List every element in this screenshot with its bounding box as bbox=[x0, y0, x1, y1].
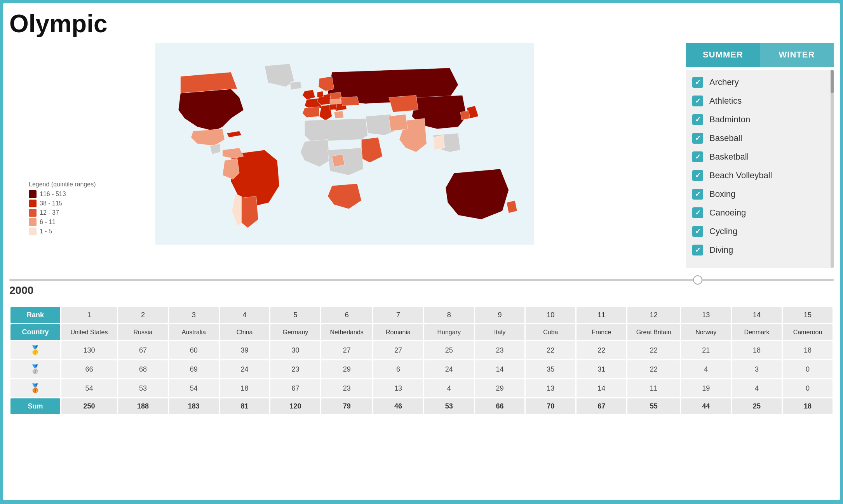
sport-item[interactable]: ✓ Canoeing bbox=[686, 203, 834, 222]
year-label: 2000 bbox=[9, 284, 834, 297]
season-buttons: SUMMER WINTER bbox=[686, 43, 834, 67]
rank-cell: 4 bbox=[220, 307, 270, 323]
world-map[interactable] bbox=[9, 43, 680, 245]
silver-value: 0 bbox=[783, 360, 833, 378]
sport-checkbox[interactable]: ✓ bbox=[692, 170, 703, 181]
winter-button[interactable]: WINTER bbox=[760, 43, 834, 67]
sum-value: 70 bbox=[526, 398, 575, 414]
silver-value: 24 bbox=[220, 360, 270, 378]
legend-items: 116 - 513 38 - 115 12 - 37 6 - 11 1 - 5 bbox=[29, 190, 96, 235]
legend-swatch bbox=[29, 228, 37, 235]
rank-cell: 1 bbox=[61, 307, 117, 323]
sport-checkbox[interactable]: ✓ bbox=[692, 114, 703, 125]
sum-value: 183 bbox=[169, 398, 219, 414]
sum-value: 46 bbox=[373, 398, 423, 414]
bronze-value: 14 bbox=[577, 379, 626, 397]
sport-checkbox[interactable]: ✓ bbox=[692, 133, 703, 144]
gold-value: 39 bbox=[220, 341, 270, 359]
sport-item[interactable]: ✓ Badminton bbox=[686, 110, 834, 129]
sport-item[interactable]: ✓ Baseball bbox=[686, 129, 834, 148]
rank-cell: 14 bbox=[732, 307, 782, 323]
sum-value: 18 bbox=[783, 398, 833, 414]
sport-item[interactable]: ✓ Diving bbox=[686, 241, 834, 259]
rank-cell: 7 bbox=[373, 307, 423, 323]
sum-value: 188 bbox=[118, 398, 168, 414]
rank-cell: 13 bbox=[681, 307, 731, 323]
silver-value: 35 bbox=[526, 360, 575, 378]
sport-item[interactable]: ✓ Cycling bbox=[686, 222, 834, 241]
country-cell: Australia bbox=[169, 324, 219, 340]
sport-list: ✓ Archery ✓ Athletics ✓ Badminton ✓ Base… bbox=[686, 70, 834, 268]
sum-value: 120 bbox=[270, 398, 320, 414]
bronze-value: 0 bbox=[783, 379, 833, 397]
bronze-value: 53 bbox=[118, 379, 168, 397]
legend-range: 116 - 513 bbox=[40, 191, 66, 198]
gold-value: 18 bbox=[783, 341, 833, 359]
sport-checkbox[interactable]: ✓ bbox=[692, 189, 703, 200]
sport-checkbox[interactable]: ✓ bbox=[692, 226, 703, 237]
silver-value: 4 bbox=[681, 360, 731, 378]
scrollbar-track[interactable] bbox=[831, 70, 834, 268]
gold-value: 22 bbox=[627, 341, 680, 359]
country-cell: Great Britain bbox=[627, 324, 680, 340]
legend-item: 1 - 5 bbox=[29, 228, 96, 235]
sum-row: Sum2501881838112079465366706755442518 bbox=[10, 398, 833, 414]
main-container: Olympic bbox=[3, 3, 840, 500]
legend-swatch bbox=[29, 209, 37, 217]
sport-name: Archery bbox=[709, 77, 739, 87]
sport-checkbox[interactable]: ✓ bbox=[692, 96, 703, 106]
scrollbar-thumb[interactable] bbox=[831, 70, 834, 93]
year-slider[interactable] bbox=[9, 279, 834, 281]
country-cell: Denmark bbox=[732, 324, 782, 340]
sport-checkbox[interactable]: ✓ bbox=[692, 77, 703, 88]
country-cell: France bbox=[577, 324, 626, 340]
country-cell: Romania bbox=[373, 324, 423, 340]
sport-checkbox[interactable]: ✓ bbox=[692, 151, 703, 162]
silver-value: 3 bbox=[732, 360, 782, 378]
bronze-value: 4 bbox=[424, 379, 474, 397]
sum-value: 66 bbox=[475, 398, 525, 414]
silver-row: 🥈66686924232962414353122430 bbox=[10, 360, 833, 378]
country-cell: Hungary bbox=[424, 324, 474, 340]
sport-item[interactable]: ✓ Archery bbox=[686, 73, 834, 92]
gold-value: 22 bbox=[577, 341, 626, 359]
gold-value: 27 bbox=[373, 341, 423, 359]
sport-checkbox[interactable]: ✓ bbox=[692, 207, 703, 218]
gold-value: 18 bbox=[732, 341, 782, 359]
sport-checkbox[interactable]: ✓ bbox=[692, 245, 703, 255]
legend-range: 1 - 5 bbox=[40, 228, 52, 235]
rank-cell: 12 bbox=[627, 307, 680, 323]
silver-medal-icon: 🥈 bbox=[10, 360, 60, 378]
legend-title: Legend (quintile ranges) bbox=[29, 181, 96, 188]
sport-item[interactable]: ✓ Boxing bbox=[686, 185, 834, 203]
silver-value: 68 bbox=[118, 360, 168, 378]
legend-swatch bbox=[29, 190, 37, 198]
sport-name: Boxing bbox=[709, 189, 735, 199]
gold-value: 27 bbox=[321, 341, 372, 359]
sport-name: Canoeing bbox=[709, 208, 746, 218]
silver-value: 66 bbox=[61, 360, 117, 378]
country-row: CountryUnited StatesRussiaAustraliaChina… bbox=[10, 324, 833, 340]
gold-value: 22 bbox=[526, 341, 575, 359]
rank-cell: 8 bbox=[424, 307, 474, 323]
map-area: Legend (quintile ranges) 116 - 513 38 - … bbox=[9, 43, 680, 268]
sport-item[interactable]: ✓ Beach Volleyball bbox=[686, 166, 834, 185]
gold-value: 67 bbox=[118, 341, 168, 359]
gold-value: 60 bbox=[169, 341, 219, 359]
rank-cell: 3 bbox=[169, 307, 219, 323]
legend-item: 12 - 37 bbox=[29, 209, 96, 217]
legend-item: 38 - 115 bbox=[29, 200, 96, 207]
sum-value: 44 bbox=[681, 398, 731, 414]
legend-swatch bbox=[29, 200, 37, 207]
silver-value: 24 bbox=[424, 360, 474, 378]
summer-button[interactable]: SUMMER bbox=[686, 43, 760, 67]
bronze-value: 19 bbox=[681, 379, 731, 397]
sport-item[interactable]: ✓ Basketball bbox=[686, 148, 834, 166]
rank-cell: 15 bbox=[783, 307, 833, 323]
bronze-value: 23 bbox=[321, 379, 372, 397]
rank-cell: 6 bbox=[321, 307, 372, 323]
sport-item[interactable]: ✓ Athletics bbox=[686, 92, 834, 110]
legend-item: 116 - 513 bbox=[29, 190, 96, 198]
country-cell: China bbox=[220, 324, 270, 340]
country-cell: United States bbox=[61, 324, 117, 340]
